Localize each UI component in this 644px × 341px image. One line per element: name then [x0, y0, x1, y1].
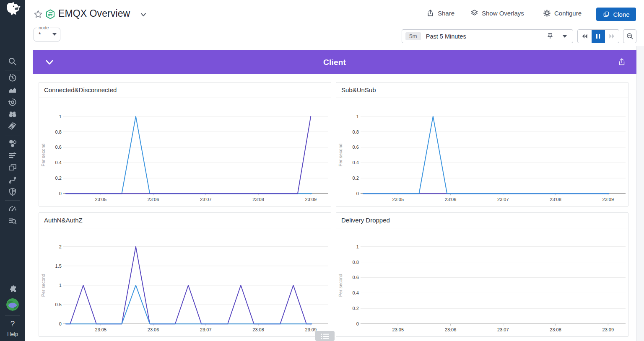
chart-title[interactable]: Connected&Disconnected [39, 83, 331, 98]
infrastructure-icon[interactable] [8, 138, 18, 148]
synthetics-icon[interactable] [8, 175, 18, 185]
svg-text:0.8: 0.8 [55, 129, 62, 134]
history-icon[interactable] [8, 73, 18, 83]
group-collapse-chevron-icon[interactable] [44, 57, 55, 68]
monitors-icon[interactable] [8, 204, 18, 214]
svg-text:1: 1 [356, 244, 359, 249]
chart-plot-area[interactable]: 00.20.40.60.8123:0523:0623:0723:0823:09P… [39, 98, 331, 206]
svg-text:0.2: 0.2 [353, 306, 359, 311]
svg-text:0.5: 0.5 [55, 302, 62, 307]
svg-text:23:09: 23:09 [602, 327, 614, 332]
show-overlays-button[interactable]: Show Overlays [470, 9, 524, 18]
svg-text:23:07: 23:07 [200, 327, 211, 332]
svg-text:23:06: 23:06 [445, 327, 456, 332]
zoom-out-button[interactable] [623, 29, 636, 43]
svg-text:0: 0 [59, 321, 62, 326]
metrics-icon[interactable] [8, 85, 18, 95]
time-range-caret-icon[interactable] [563, 35, 567, 38]
pause-icon [595, 33, 601, 39]
group-band: Client [33, 50, 636, 74]
sidebar-divider [5, 135, 20, 135]
logs-icon[interactable] [8, 121, 18, 132]
template-variable-caret-icon [52, 33, 57, 36]
svg-text:0.4: 0.4 [353, 160, 359, 165]
rewind-icon [581, 32, 589, 40]
clone-button[interactable]: Clone [596, 8, 636, 21]
time-range-label: Past 5 Minutes [426, 33, 466, 40]
svg-text:23:08: 23:08 [550, 327, 561, 332]
chart-plot-area[interactable]: 00.20.40.60.8123:0523:0623:0723:0823:09P… [336, 228, 628, 336]
chart-card-connected-disconnected: Connected&Disconnected 00.20.40.60.8123:… [39, 82, 331, 207]
time-range-picker[interactable]: 5m Past 5 Minutes [402, 29, 573, 43]
gear-icon [543, 9, 551, 18]
pin-icon[interactable] [546, 32, 554, 40]
svg-text:0.8: 0.8 [353, 129, 359, 134]
svg-text:Per second: Per second [41, 274, 46, 297]
share-label: Share [438, 10, 454, 17]
share-icon [426, 9, 435, 18]
watchdog-icon[interactable] [8, 109, 18, 119]
chart-card-sub-unsub: Sub&UnSub 00.20.40.60.8123:0523:0623:072… [336, 82, 628, 207]
svg-text:0.6: 0.6 [353, 145, 359, 150]
svg-text:23:09: 23:09 [602, 197, 614, 202]
user-avatar[interactable] [6, 298, 19, 311]
search-icon[interactable] [8, 57, 18, 67]
time-pause-button[interactable] [592, 30, 605, 43]
svg-text:23:07: 23:07 [497, 197, 509, 202]
page-background-strip [636, 46, 644, 341]
svg-text:1.5: 1.5 [55, 264, 62, 269]
svg-text:1: 1 [356, 114, 359, 119]
datadog-logo[interactable] [3, 1, 22, 20]
template-variable-label: node [37, 25, 50, 30]
time-backward-button[interactable] [578, 30, 592, 43]
svg-text:23:09: 23:09 [305, 327, 317, 332]
svg-text:23:05: 23:05 [95, 197, 106, 202]
svg-text:0: 0 [356, 191, 359, 196]
svg-text:0.6: 0.6 [353, 275, 359, 280]
share-button[interactable]: Share [426, 9, 454, 18]
page-title[interactable]: EMQX Overview [58, 8, 130, 19]
svg-text:23:05: 23:05 [392, 327, 404, 332]
chart-plot-area[interactable]: 00.20.40.60.8123:0523:0623:0723:0823:09P… [336, 98, 628, 206]
svg-text:0: 0 [59, 191, 62, 196]
time-range-badge: 5m [405, 32, 421, 40]
legend-toggle-button[interactable] [315, 331, 335, 341]
svg-text:23:07: 23:07 [497, 327, 509, 332]
svg-text:0: 0 [356, 321, 359, 326]
integrations-icon[interactable] [8, 284, 18, 294]
log-search-icon[interactable] [8, 216, 18, 226]
svg-text:1: 1 [59, 283, 62, 288]
svg-text:0.6: 0.6 [55, 145, 62, 150]
clone-label: Clone [613, 11, 629, 18]
clone-icon [602, 10, 610, 18]
svg-text:0.2: 0.2 [55, 176, 62, 181]
svg-text:Per second: Per second [41, 143, 46, 166]
overlays-icon [470, 9, 479, 18]
dashboards-icon[interactable] [8, 163, 18, 173]
template-variable-value: * [39, 31, 41, 38]
group-export-icon[interactable] [617, 57, 626, 67]
svg-text:23:08: 23:08 [252, 327, 264, 332]
svg-text:Per second: Per second [338, 143, 343, 166]
time-nav-group [577, 29, 619, 43]
help-label[interactable]: Help [0, 331, 25, 337]
svg-text:0.8: 0.8 [353, 260, 359, 265]
group-title: Client [33, 58, 636, 67]
configure-button[interactable]: Configure [543, 9, 582, 18]
svg-text:23:05: 23:05 [95, 327, 106, 332]
fast-forward-icon [608, 32, 616, 40]
chart-title[interactable]: Sub&UnSub [336, 83, 628, 98]
help-icon[interactable]: ? [0, 319, 25, 328]
favorite-star-icon[interactable] [33, 9, 43, 19]
event-stream-icon[interactable] [8, 150, 18, 160]
template-variable-node[interactable]: node * [34, 28, 60, 41]
chart-plot-area[interactable]: 00.511.5223:0523:0623:0723:0823:09Per se… [39, 228, 331, 336]
chart-card-delivery-dropped: Delivery Dropped 00.20.40.60.8123:0523:0… [336, 212, 628, 337]
security-icon[interactable] [8, 187, 18, 197]
chart-title[interactable]: Delivery Dropped [336, 213, 628, 228]
chart-title[interactable]: AuthN&AuthZ [39, 213, 331, 228]
title-chevron-down-icon[interactable] [140, 12, 147, 18]
sidebar: ? Help [0, 0, 25, 341]
apm-icon[interactable] [8, 97, 18, 107]
time-forward-button[interactable] [605, 30, 619, 43]
